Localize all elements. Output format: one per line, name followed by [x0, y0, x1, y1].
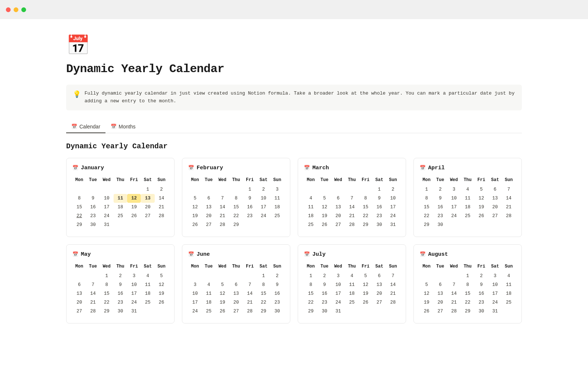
table-row: 15 16 17 18 19 20 21 — [420, 203, 516, 212]
table-row: 17 18 19 20 21 22 23 — [188, 298, 284, 307]
page-content: 📅 Dynamic Yearly Calendar 💡 Fully dynami… — [37, 19, 551, 346]
weekday-fri: Fri — [127, 176, 141, 185]
weekday-thu: Thu — [114, 176, 127, 185]
table-row: 5 6 7 8 9 10 11 — [420, 280, 516, 289]
callout: 💡 Fully dynamic yearly calendar in just … — [66, 85, 522, 110]
table-row: 13 14 15 16 17 18 19 — [72, 289, 168, 298]
table-row: 1 2 3 4 5 6 7 — [420, 185, 516, 194]
weekday-tue: Tue — [86, 263, 100, 272]
weekday-thu: Thu — [345, 176, 359, 185]
table-row: 12 13 14 15 16 17 18 — [420, 289, 516, 298]
month-icon-march: 📅 — [304, 165, 310, 171]
table-row: 1 2 — [188, 272, 284, 280]
weekday-mon: Mon — [188, 263, 202, 272]
weekday-sun: Sun — [386, 176, 400, 185]
weekday-sat: Sat — [257, 263, 270, 272]
table-row: 26 27 28 29 — [188, 220, 284, 229]
table-row: 1 2 3 4 5 6 7 — [304, 272, 400, 280]
month-name-january: January — [81, 165, 104, 171]
weekday-sat: Sat — [257, 176, 270, 185]
weekday-mon: Mon — [304, 263, 318, 272]
calendar-grid: 📅 January Mon Tue Wed Thu Fri Sat Sun — [66, 158, 522, 323]
table-row: 8 9 10 11 12 13 14 — [72, 194, 168, 203]
month-header-february: 📅 February — [188, 165, 284, 171]
tab-calendar[interactable]: 📅 Calendar — [66, 121, 105, 133]
month-header-march: 📅 March — [304, 165, 400, 171]
weekday-sat: Sat — [488, 176, 502, 185]
table-row: 22 23 24 25 26 27 28 — [72, 212, 168, 220]
page-icon: 📅 — [66, 34, 522, 56]
month-name-july: July — [312, 251, 326, 258]
weekday-wed: Wed — [216, 263, 229, 272]
weekday-sun: Sun — [270, 263, 284, 272]
section-title: Dynamic Yearly Calendar — [66, 142, 522, 151]
table-row: 1 2 3 4 5 — [72, 272, 168, 280]
table-row: 29 30 31 — [304, 307, 400, 316]
tab-months-label: Months — [119, 124, 136, 130]
fullscreen-button[interactable] — [21, 7, 26, 12]
table-row: 1 2 3 — [188, 185, 284, 194]
weekday-mon: Mon — [304, 176, 318, 185]
month-card-april: 📅 April Mon Tue Wed Thu Fri Sat Sun — [413, 158, 522, 237]
month-card-june: 📅 June Mon Tue Wed Thu Fri Sat Sun — [182, 244, 290, 323]
table-row: 8 9 10 11 12 13 14 — [420, 194, 516, 203]
table-row: 6 7 8 9 10 11 12 — [72, 280, 168, 289]
month-card-february: 📅 February Mon Tue Wed Thu Fri Sat Sun — [182, 158, 290, 237]
weekday-wed: Wed — [331, 176, 345, 185]
table-row: 1 2 3 4 — [420, 272, 516, 280]
weekday-tue: Tue — [318, 176, 331, 185]
weekday-sun: Sun — [502, 176, 516, 185]
weekday-thu: Thu — [229, 263, 243, 272]
weekday-mon: Mon — [188, 176, 202, 185]
table-row: 8 9 10 11 12 13 14 — [304, 280, 400, 289]
weekday-wed: Wed — [100, 176, 114, 185]
close-button[interactable] — [6, 7, 11, 12]
table-row: 15 16 17 18 19 20 21 — [72, 203, 168, 212]
weekday-fri: Fri — [359, 176, 372, 185]
cal-table-august: Mon Tue Wed Thu Fri Sat Sun 1 — [420, 263, 516, 316]
month-header-august: 📅 August — [420, 251, 516, 258]
tab-months-icon: 📅 — [111, 124, 116, 129]
weekday-wed: Wed — [447, 176, 461, 185]
weekday-fri: Fri — [474, 263, 488, 272]
month-icon-february: 📅 — [188, 165, 194, 171]
table-row: 15 16 17 18 19 20 21 — [304, 289, 400, 298]
minimize-button[interactable] — [14, 7, 18, 12]
table-row: 4 5 6 7 8 9 10 — [304, 194, 400, 203]
table-row: 19 20 21 22 23 24 25 — [420, 298, 516, 307]
weekday-thu: Thu — [461, 263, 474, 272]
table-row: 12 13 14 15 16 17 18 — [188, 203, 284, 212]
tab-calendar-icon: 📅 — [71, 124, 77, 129]
weekday-fri: Fri — [474, 176, 488, 185]
callout-text: Fully dynamic yearly calendar in just vi… — [85, 90, 515, 105]
weekday-thu: Thu — [345, 263, 359, 272]
month-icon-july: 📅 — [304, 251, 310, 257]
table-row: 18 19 20 21 22 23 24 — [304, 212, 400, 220]
weekday-mon: Mon — [420, 263, 433, 272]
table-row: 27 28 29 30 31 — [72, 307, 168, 316]
cal-table-may: Mon Tue Wed Thu Fri Sat Sun 1 2 — [72, 263, 168, 316]
tab-calendar-label: Calendar — [79, 124, 100, 130]
weekday-sat: Sat — [488, 263, 502, 272]
month-header-april: 📅 April — [420, 165, 516, 171]
titlebar — [0, 0, 588, 19]
weekday-wed: Wed — [216, 176, 229, 185]
table-row: 5 6 7 8 9 10 11 — [188, 194, 284, 203]
weekday-mon: Mon — [72, 263, 86, 272]
month-header-may: 📅 May — [72, 251, 168, 258]
month-name-february: February — [197, 165, 223, 171]
weekday-mon: Mon — [72, 176, 86, 185]
weekday-sun: Sun — [155, 176, 168, 185]
table-row: 19 20 21 22 23 24 25 — [188, 212, 284, 220]
month-card-may: 📅 May Mon Tue Wed Thu Fri Sat Sun — [66, 244, 175, 323]
month-header-january: 📅 January — [72, 165, 168, 171]
callout-icon: 💡 — [73, 90, 81, 98]
table-row: 1 2 — [72, 185, 168, 194]
month-name-march: March — [312, 165, 329, 171]
table-row: 20 21 22 23 24 25 26 — [72, 298, 168, 307]
tab-months[interactable]: 📅 Months — [105, 121, 141, 133]
cal-table-april: Mon Tue Wed Thu Fri Sat Sun 1 2 3 4 — [420, 176, 516, 229]
cal-table-march: Mon Tue Wed Thu Fri Sat Sun — [304, 176, 400, 229]
table-row: 22 23 24 25 26 27 28 — [304, 298, 400, 307]
weekday-thu: Thu — [461, 176, 474, 185]
